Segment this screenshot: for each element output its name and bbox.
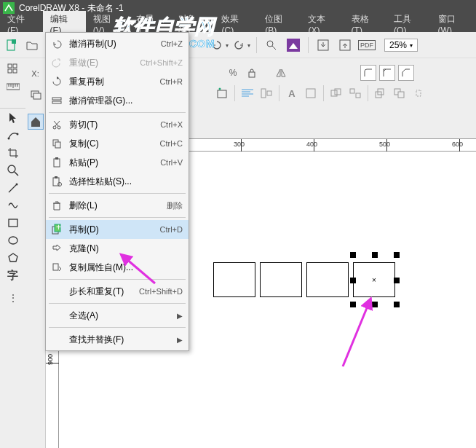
order-back-icon[interactable] <box>392 85 408 101</box>
submenu-arrow-icon: ▶ <box>177 312 183 320</box>
zoom-tool-icon[interactable] <box>5 162 21 178</box>
menu-step-repeat[interactable]: 步长和重复(T)Ctrl+Shift+D <box>46 282 189 301</box>
ruler-icon[interactable] <box>5 79 21 95</box>
rectangle-tool-icon[interactable] <box>5 215 21 231</box>
ungroup-icon[interactable] <box>347 85 363 101</box>
align-obj-icon[interactable] <box>258 85 274 101</box>
align-lines-icon[interactable] <box>239 85 255 101</box>
text-box-icon[interactable] <box>303 85 319 101</box>
svg-text:+: + <box>56 224 61 232</box>
menu-clone[interactable]: 克隆(N) <box>46 239 189 258</box>
redo-dropdown-icon[interactable]: ▾ <box>233 36 250 54</box>
svg-point-24 <box>9 237 17 244</box>
history-icon <box>49 95 65 106</box>
text-a-icon[interactable]: A <box>284 85 300 101</box>
group-icon[interactable] <box>328 85 344 101</box>
svg-rect-44 <box>398 92 404 98</box>
selection-center-icon: × <box>372 276 376 284</box>
paste-special-icon <box>49 176 65 186</box>
svg-rect-2 <box>12 39 16 44</box>
submenu-arrow-icon: ▶ <box>177 336 183 344</box>
menu-delete[interactable]: 删除(L)删除 <box>46 196 189 215</box>
svg-rect-58 <box>55 176 57 178</box>
corner-1-icon[interactable] <box>360 65 376 81</box>
text-tool-icon[interactable]: 字 <box>5 267 21 283</box>
shape-tool-icon[interactable] <box>5 127 21 144</box>
corner-3-icon[interactable] <box>398 65 414 81</box>
svg-rect-28 <box>218 90 226 98</box>
grid-icon[interactable] <box>5 61 21 77</box>
search-icon[interactable] <box>263 36 280 54</box>
svg-rect-56 <box>55 157 58 160</box>
order-front-icon[interactable] <box>373 85 389 101</box>
freehand-tool-icon[interactable] <box>5 180 21 196</box>
svg-rect-37 <box>331 90 337 96</box>
menu-paste[interactable]: 粘贴(P)Ctrl+V <box>46 153 189 172</box>
repeat-icon <box>49 76 65 87</box>
percent-icon[interactable]: % <box>225 65 241 81</box>
flip-h-icon[interactable] <box>273 65 289 81</box>
home-icon[interactable] <box>28 114 44 130</box>
svg-rect-55 <box>54 159 60 167</box>
cut-icon <box>49 119 65 130</box>
menu-undo[interactable]: 撤消再制(U)Ctrl+Z <box>46 34 189 53</box>
rect-1[interactable] <box>213 262 255 297</box>
corner-2-icon[interactable] <box>379 65 395 81</box>
outline-btn-icon[interactable] <box>214 85 230 101</box>
menubar: 文件(F) 编辑(E) 视图(V) 布局(L) 对象(C) 效果(C) 位图(B… <box>0 16 476 32</box>
rect-3[interactable] <box>306 262 349 297</box>
new-doc-icon[interactable] <box>3 36 20 54</box>
svg-point-59 <box>58 183 62 186</box>
svg-point-49 <box>53 126 56 129</box>
ellipse-tool-icon[interactable] <box>5 232 21 248</box>
rect-2[interactable] <box>260 262 302 297</box>
undo-dropdown-icon[interactable]: ▾ <box>211 36 229 54</box>
open-icon[interactable] <box>23 36 41 54</box>
x-label: X: <box>31 69 39 78</box>
svg-point-22 <box>15 184 17 186</box>
clone-icon <box>49 243 65 254</box>
svg-rect-9 <box>13 64 17 68</box>
import-icon[interactable] <box>314 36 332 54</box>
redo-icon <box>49 58 65 68</box>
menu-copy[interactable]: 复制(C)Ctrl+C <box>46 134 189 153</box>
menu-copy-props[interactable]: 复制属性自(M)... <box>46 258 189 277</box>
svg-point-19 <box>16 133 18 135</box>
svg-rect-11 <box>13 69 17 73</box>
svg-rect-26 <box>33 93 41 99</box>
paste-icon <box>49 157 65 168</box>
menu-paste-special[interactable]: 选择性粘贴(S)... <box>46 172 189 191</box>
svg-rect-36 <box>306 89 315 98</box>
menu-repeat[interactable]: 重复再制Ctrl+R <box>46 72 189 91</box>
copy-props-icon <box>49 262 65 272</box>
edit-dropdown: 撤消再制(U)Ctrl+Z 重做(E)Ctrl+Shift+Z 重复再制Ctrl… <box>45 32 189 351</box>
svg-rect-54 <box>55 142 60 148</box>
copy-icon <box>49 138 65 149</box>
artistic-media-icon[interactable] <box>5 197 21 213</box>
pdf-icon[interactable]: PDF <box>358 36 376 54</box>
svg-rect-48 <box>52 101 61 103</box>
wrap-icon[interactable] <box>410 85 427 101</box>
menu-cut[interactable]: 剪切(T)Ctrl+X <box>46 115 189 134</box>
layers-icon[interactable] <box>28 87 44 103</box>
pick-tool-icon[interactable] <box>5 110 21 126</box>
svg-rect-40 <box>356 93 360 98</box>
crop-tool-icon[interactable] <box>5 145 21 161</box>
polygon-tool-icon[interactable] <box>5 250 21 266</box>
menu-select-all[interactable]: 全选(A)▶ <box>46 306 189 325</box>
svg-point-18 <box>7 138 9 140</box>
zoom-level[interactable]: 25%▾ <box>384 39 418 52</box>
purple-fill-icon[interactable] <box>285 36 302 54</box>
lock-ratio-icon[interactable] <box>244 65 260 81</box>
svg-rect-23 <box>9 219 17 227</box>
export-icon[interactable] <box>336 36 354 54</box>
duplicate-icon: + <box>49 224 65 235</box>
svg-rect-10 <box>8 69 12 73</box>
menu-duplicate[interactable]: +再制(D)Ctrl+D <box>46 220 189 239</box>
svg-rect-39 <box>350 89 354 93</box>
more-tools-icon[interactable]: ⋮ <box>5 290 21 306</box>
menu-find-replace[interactable]: 查找并替换(F)▶ <box>46 330 189 349</box>
menu-redo: 重做(E)Ctrl+Shift+Z <box>46 53 189 72</box>
menu-undo-manager[interactable]: 撤消管理器(G)... <box>46 91 189 110</box>
svg-rect-35 <box>267 91 271 95</box>
